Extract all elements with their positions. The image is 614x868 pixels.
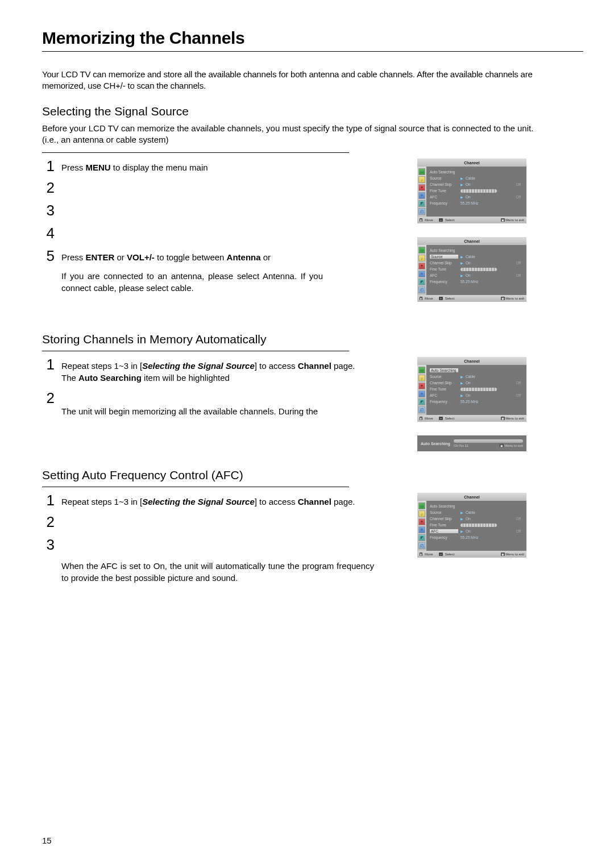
- step-num: 1: [42, 493, 55, 508]
- color-icon: ✦: [418, 184, 425, 191]
- step-text: Repeat steps 1~3 in [Selecting the Signa…: [61, 357, 355, 384]
- heading-select-source: Selecting the Signal Source: [42, 105, 583, 118]
- step-num: 2: [42, 514, 55, 529]
- osd-tab-icons: ▭ ♪ ✦ ✧ ◩ ◰: [417, 167, 426, 217]
- heading-auto-store: Storing Channels in Memory Automatically: [42, 333, 583, 346]
- step-num: 3: [42, 537, 55, 552]
- channel-icon: ◩: [418, 200, 425, 207]
- setup-icon: ✧: [418, 192, 425, 199]
- page-title: Memorizing the Channels: [42, 28, 583, 52]
- step-num: 4: [42, 226, 55, 240]
- osd-panel-channel-afc: Channel ▭♪✦✧◩◰ Auto Searching Source▶Cab…: [417, 493, 526, 558]
- audio-icon: ♪: [418, 176, 425, 183]
- step-text: Press MENU to display the menu main: [61, 159, 208, 173]
- steps-select-source: 1 Press MENU to display the menu main 2 …: [42, 159, 383, 263]
- rule: [42, 351, 349, 351]
- step-num: 1: [42, 357, 55, 372]
- step-text: The unit will begin memorizing all the a…: [61, 391, 318, 417]
- step-num: 2: [42, 180, 55, 195]
- step-text: Repeat steps 1~3 in [Selecting the Signa…: [61, 493, 355, 508]
- step-num: 5: [42, 248, 55, 263]
- intro-text: Your LCD TV can memorize and store all t…: [42, 69, 548, 92]
- step-num: 2: [42, 391, 55, 405]
- osd-title: Channel: [417, 159, 526, 167]
- osd-auto-search-progress: Auto Searching CH No 11▣ Menu to exit: [417, 435, 526, 451]
- heading-afc: Setting Auto Frequency Control (AFC): [42, 468, 583, 482]
- step-text: Press ENTER or VOL+/- to toggle between …: [61, 248, 271, 263]
- steps-afc: 1 Repeat steps 1~3 in [Selecting the Sig…: [42, 493, 383, 553]
- rule: [42, 487, 349, 487]
- osd-panel-channel-source: Channel ▭♪✦✧◩◰ Auto Searching Source▶Cab…: [417, 237, 526, 302]
- note-text: When the AFC is set to On, the unit will…: [61, 560, 374, 584]
- rule: [42, 152, 349, 153]
- misc-icon: ◰: [418, 208, 425, 215]
- select-source-intro: Before your LCD TV can memorize the avai…: [42, 123, 548, 146]
- step-num: 1: [42, 159, 55, 173]
- osd-panel-channel-autosearch: Channel ▭♪✦✧◩◰ Auto Searching Source▶Cab…: [417, 357, 526, 422]
- osd-panel-channel: Channel ▭ ♪ ✦ ✧ ◩ ◰ Auto Searching Sourc…: [417, 159, 526, 223]
- page-number: 15: [42, 836, 52, 845]
- note-text: If you are connected to an antenna, plea…: [61, 270, 323, 294]
- steps-auto-store: 1 Repeat steps 1~3 in [Selecting the Sig…: [42, 357, 383, 417]
- picture-icon: ▭: [418, 168, 425, 175]
- step-num: 3: [42, 203, 55, 218]
